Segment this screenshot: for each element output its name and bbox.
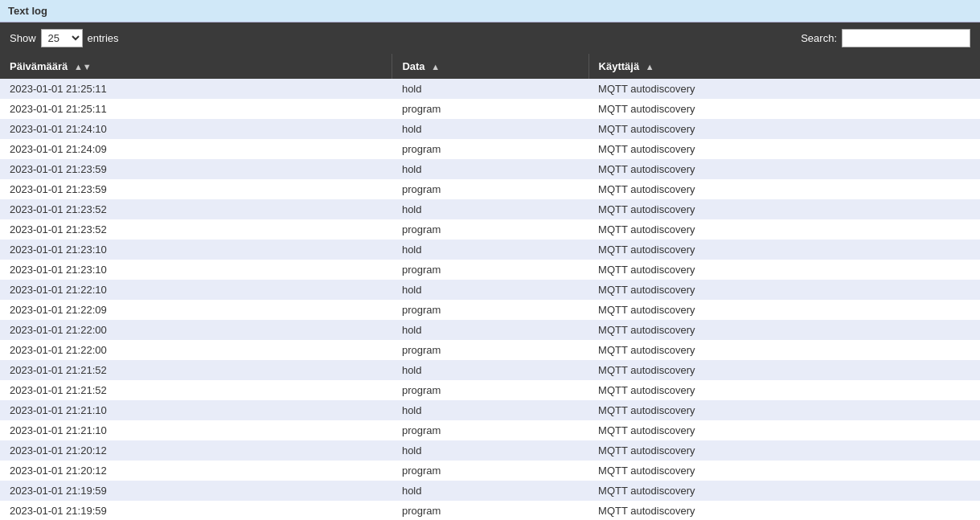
cell-date: 2023-01-01 21:19:59 bbox=[0, 501, 392, 520]
cell-data: program bbox=[392, 501, 588, 520]
table-row: 2023-01-01 21:24:09programMQTT autodisco… bbox=[0, 139, 980, 159]
cell-data: program bbox=[392, 300, 588, 320]
cell-date: 2023-01-01 21:24:09 bbox=[0, 139, 392, 159]
col-data[interactable]: Data ▲ bbox=[392, 54, 588, 79]
cell-data: program bbox=[392, 260, 588, 280]
table-row: 2023-01-01 21:24:10holdMQTT autodiscover… bbox=[0, 119, 980, 139]
table-row: 2023-01-01 21:23:52holdMQTT autodiscover… bbox=[0, 199, 980, 219]
cell-date: 2023-01-01 21:22:09 bbox=[0, 300, 392, 320]
cell-data: program bbox=[392, 139, 588, 159]
cell-date: 2023-01-01 21:21:52 bbox=[0, 380, 392, 400]
table-row: 2023-01-01 21:25:11holdMQTT autodiscover… bbox=[0, 79, 980, 99]
table-body: 2023-01-01 21:25:11holdMQTT autodiscover… bbox=[0, 79, 980, 520]
table-row: 2023-01-01 21:20:12holdMQTT autodiscover… bbox=[0, 440, 980, 461]
cell-data: hold bbox=[392, 360, 588, 380]
cell-user: MQTT autodiscovery bbox=[588, 179, 980, 199]
table-row: 2023-01-01 21:23:59holdMQTT autodiscover… bbox=[0, 159, 980, 179]
col-user[interactable]: Käyttäjä ▲ bbox=[588, 54, 980, 79]
show-label: Show bbox=[10, 32, 36, 44]
entries-select[interactable]: 10 25 50 100 bbox=[41, 29, 83, 47]
user-sort-icon: ▲ bbox=[646, 62, 654, 72]
table-row: 2023-01-01 21:23:59programMQTT autodisco… bbox=[0, 179, 980, 199]
table-row: 2023-01-01 21:21:10holdMQTT autodiscover… bbox=[0, 400, 980, 420]
cell-user: MQTT autodiscovery bbox=[588, 340, 980, 360]
cell-date: 2023-01-01 21:21:10 bbox=[0, 400, 392, 420]
cell-date: 2023-01-01 21:23:52 bbox=[0, 199, 392, 219]
col-date[interactable]: Päivämäärä ▲▼ bbox=[0, 54, 392, 79]
cell-date: 2023-01-01 21:25:11 bbox=[0, 99, 392, 119]
cell-data: hold bbox=[392, 400, 588, 420]
cell-data: hold bbox=[392, 440, 588, 461]
table-row: 2023-01-01 21:23:52programMQTT autodisco… bbox=[0, 219, 980, 240]
cell-data: hold bbox=[392, 481, 588, 501]
table-container: Show 10 25 50 100 entries Search: Päiväm… bbox=[0, 23, 980, 520]
cell-user: MQTT autodiscovery bbox=[588, 119, 980, 139]
table-row: 2023-01-01 21:21:52programMQTT autodisco… bbox=[0, 380, 980, 400]
cell-data: hold bbox=[392, 79, 588, 99]
table-row: 2023-01-01 21:22:10holdMQTT autodiscover… bbox=[0, 280, 980, 300]
table-header: Päivämäärä ▲▼ Data ▲ Käyttäjä ▲ bbox=[0, 54, 980, 79]
table-row: 2023-01-01 21:19:59holdMQTT autodiscover… bbox=[0, 481, 980, 501]
cell-data: program bbox=[392, 380, 588, 400]
cell-date: 2023-01-01 21:21:52 bbox=[0, 360, 392, 380]
entries-label: entries bbox=[88, 32, 119, 44]
table-row: 2023-01-01 21:22:09programMQTT autodisco… bbox=[0, 300, 980, 320]
cell-user: MQTT autodiscovery bbox=[588, 240, 980, 260]
window-title: Text log bbox=[0, 0, 980, 23]
cell-user: MQTT autodiscovery bbox=[588, 320, 980, 340]
cell-date: 2023-01-01 21:22:10 bbox=[0, 280, 392, 300]
cell-data: program bbox=[392, 461, 588, 481]
search-bar: Search: bbox=[801, 29, 970, 47]
cell-user: MQTT autodiscovery bbox=[588, 159, 980, 179]
cell-user: MQTT autodiscovery bbox=[588, 79, 980, 99]
cell-data: program bbox=[392, 420, 588, 440]
cell-user: MQTT autodiscovery bbox=[588, 280, 980, 300]
cell-data: hold bbox=[392, 280, 588, 300]
cell-data: hold bbox=[392, 199, 588, 219]
table-row: 2023-01-01 21:23:10holdMQTT autodiscover… bbox=[0, 240, 980, 260]
cell-data: program bbox=[392, 340, 588, 360]
cell-user: MQTT autodiscovery bbox=[588, 461, 980, 481]
cell-data: program bbox=[392, 99, 588, 119]
cell-user: MQTT autodiscovery bbox=[588, 199, 980, 219]
cell-date: 2023-01-01 21:21:10 bbox=[0, 420, 392, 440]
cell-user: MQTT autodiscovery bbox=[588, 420, 980, 440]
cell-date: 2023-01-01 21:20:12 bbox=[0, 440, 392, 461]
cell-date: 2023-01-01 21:23:59 bbox=[0, 159, 392, 179]
date-sort-icon: ▲▼ bbox=[74, 62, 92, 72]
cell-date: 2023-01-01 21:24:10 bbox=[0, 119, 392, 139]
search-input[interactable] bbox=[842, 29, 970, 47]
cell-date: 2023-01-01 21:22:00 bbox=[0, 320, 392, 340]
table-row: 2023-01-01 21:25:11programMQTT autodisco… bbox=[0, 99, 980, 119]
cell-user: MQTT autodiscovery bbox=[588, 380, 980, 400]
cell-date: 2023-01-01 21:23:10 bbox=[0, 240, 392, 260]
table-row: 2023-01-01 21:21:10programMQTT autodisco… bbox=[0, 420, 980, 440]
cell-user: MQTT autodiscovery bbox=[588, 360, 980, 380]
table-row: 2023-01-01 21:22:00holdMQTT autodiscover… bbox=[0, 320, 980, 340]
search-label: Search: bbox=[801, 32, 837, 44]
cell-user: MQTT autodiscovery bbox=[588, 139, 980, 159]
cell-user: MQTT autodiscovery bbox=[588, 501, 980, 520]
cell-date: 2023-01-01 21:23:10 bbox=[0, 260, 392, 280]
cell-data: hold bbox=[392, 240, 588, 260]
cell-data: hold bbox=[392, 159, 588, 179]
table-row: 2023-01-01 21:23:10programMQTT autodisco… bbox=[0, 260, 980, 280]
cell-user: MQTT autodiscovery bbox=[588, 260, 980, 280]
table-row: 2023-01-01 21:20:12programMQTT autodisco… bbox=[0, 461, 980, 481]
data-table: Päivämäärä ▲▼ Data ▲ Käyttäjä ▲ 2023-01-… bbox=[0, 54, 980, 520]
cell-data: hold bbox=[392, 320, 588, 340]
cell-date: 2023-01-01 21:20:12 bbox=[0, 461, 392, 481]
cell-data: program bbox=[392, 179, 588, 199]
cell-user: MQTT autodiscovery bbox=[588, 440, 980, 461]
table-row: 2023-01-01 21:19:59programMQTT autodisco… bbox=[0, 501, 980, 520]
show-entries-group: Show 10 25 50 100 entries bbox=[10, 29, 119, 47]
cell-user: MQTT autodiscovery bbox=[588, 481, 980, 501]
cell-user: MQTT autodiscovery bbox=[588, 300, 980, 320]
data-sort-icon: ▲ bbox=[431, 62, 440, 72]
cell-user: MQTT autodiscovery bbox=[588, 400, 980, 420]
cell-data: hold bbox=[392, 119, 588, 139]
controls-bar: Show 10 25 50 100 entries Search: bbox=[0, 23, 980, 54]
cell-date: 2023-01-01 21:19:59 bbox=[0, 481, 392, 501]
cell-user: MQTT autodiscovery bbox=[588, 219, 980, 240]
cell-date: 2023-01-01 21:22:00 bbox=[0, 340, 392, 360]
